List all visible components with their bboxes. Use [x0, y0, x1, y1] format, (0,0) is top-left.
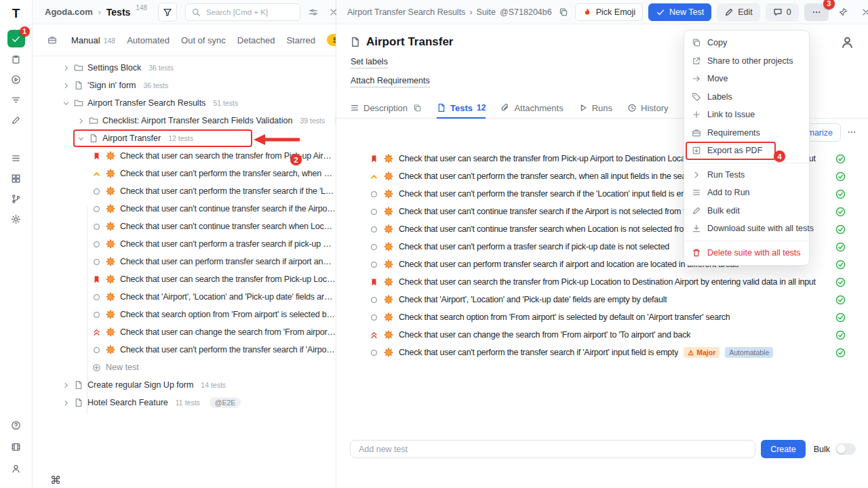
- search-box[interactable]: [185, 3, 300, 21]
- attach-requirements-link[interactable]: Attach Requirements: [351, 76, 430, 87]
- tree-new-test-button[interactable]: New test: [33, 359, 336, 376]
- branch-nav-icon[interactable]: [7, 190, 25, 207]
- menu-item-delete-suite-with-all-tests[interactable]: Delete suite with all tests: [684, 244, 809, 262]
- edit-button[interactable]: Edit: [717, 3, 760, 21]
- test-row-check-that-airport-location-and-[interactable]: Check that 'Airport', 'Location' and 'Pi…: [336, 291, 868, 308]
- menu-item-run-tests[interactable]: Run Tests: [684, 166, 809, 184]
- tests-more-options-button[interactable]: [845, 123, 859, 140]
- filter-tab-out-of-sync[interactable]: Out of sync: [181, 35, 226, 45]
- status-circle-icon: [370, 348, 378, 357]
- runs-nav-icon[interactable]: [7, 70, 25, 88]
- breadcrumb-section[interactable]: Tests: [106, 7, 131, 18]
- tree-folder-airport-transfer-search-results[interactable]: Airport Transfer Search Results51 tests: [33, 94, 336, 112]
- menu-item-requirements[interactable]: Requirements: [684, 124, 809, 142]
- filter-tab-sev[interactable]: Sev: [327, 34, 336, 46]
- tab-tests[interactable]: Tests12: [437, 98, 486, 119]
- tests-nav-icon[interactable]: 1: [7, 30, 25, 47]
- test-title[interactable]: Check that 'Airport', 'Location' and 'Pi…: [399, 295, 667, 304]
- new-test-button[interactable]: New Test: [648, 3, 711, 21]
- view-options-icon[interactable]: [306, 5, 321, 20]
- breadcrumb-project[interactable]: Agoda.com: [45, 7, 93, 17]
- test-title[interactable]: Check that user can search the transfer …: [399, 277, 816, 287]
- video-tour-icon[interactable]: [7, 438, 25, 455]
- search-input[interactable]: [205, 7, 282, 17]
- tree-suite-create-regular-sign-up-form[interactable]: Create regular Sign Up form14 tests: [33, 376, 336, 394]
- list-nav-icon[interactable]: [7, 149, 25, 167]
- settings-nav-icon[interactable]: [7, 210, 25, 228]
- test-title[interactable]: Check that user can't continue transfer …: [399, 207, 706, 216]
- menu-item-link-to-issue[interactable]: Link to Issue: [684, 106, 809, 124]
- menu-item-add-to-run[interactable]: Add to Run: [684, 184, 809, 202]
- tree-test-check-that-user-can-search-the-t[interactable]: Check that user can search the transfer …: [33, 270, 336, 288]
- tree-test-check-that-user-can-t-perform-a-[interactable]: Check that user can't perform a trasfer …: [33, 235, 336, 253]
- status-circle-icon: [92, 258, 101, 266]
- pick-emoji-button[interactable]: Pick Emoji: [575, 3, 643, 21]
- tree-test-check-that-airport-location-and-[interactable]: Check that 'Airport', 'Location' and 'Pi…: [33, 288, 336, 306]
- app-logo[interactable]: T: [12, 5, 20, 22]
- test-row-check-that-user-can-change-the-s[interactable]: Check that user can change the search fr…: [336, 326, 868, 344]
- filter-tab-label: Starred: [286, 35, 315, 45]
- filter-button[interactable]: [158, 3, 177, 22]
- filter-tab-starred[interactable]: Starred: [286, 35, 315, 45]
- bulk-toggle[interactable]: [835, 443, 856, 455]
- filter-tab-detached[interactable]: Detached: [237, 35, 275, 45]
- filter-tab-manual[interactable]: Manual148: [71, 35, 115, 45]
- suite-id[interactable]: @S718204b6: [500, 7, 552, 17]
- tree-suite-sign-in-form[interactable]: 'Sign in' form36 tests: [33, 77, 336, 94]
- test-title[interactable]: Check that user can't perform the transf…: [399, 348, 678, 357]
- tree-test-check-that-user-can-t-perform-th[interactable]: Check that user can't perform the transf…: [33, 182, 336, 200]
- account-avatar-icon[interactable]: [7, 460, 25, 477]
- filter-nav-icon[interactable]: [7, 91, 25, 108]
- filter-tab-automated[interactable]: Automated: [127, 35, 170, 45]
- tab-description[interactable]: Description: [350, 98, 422, 119]
- menu-item-copy[interactable]: Copy: [684, 34, 809, 52]
- tree-test-check-that-user-can-t-continue-t[interactable]: Check that user can't continue transfer …: [33, 200, 336, 218]
- priority-double-up-icon: [370, 331, 378, 340]
- plans-nav-icon[interactable]: [7, 50, 25, 68]
- test-title[interactable]: Check that search option from 'From airp…: [399, 312, 730, 322]
- tab-runs[interactable]: Runs: [578, 98, 612, 119]
- menu-item-download-suite-with-all-tests[interactable]: Download suite with all tests: [684, 220, 809, 238]
- test-row-check-that-user-can-search-the-t[interactable]: Check that user can search the transfer …: [336, 273, 868, 291]
- tree-folder-checklist-airport-transfer-searc[interactable]: Checklist: Airport Transfer Search Field…: [33, 112, 336, 129]
- tab-history[interactable]: History: [627, 98, 668, 119]
- test-title[interactable]: Check that user can't perform the transf…: [399, 189, 698, 199]
- draft-nav-icon[interactable]: [7, 111, 25, 129]
- tree-test-check-that-user-can-perform-tran[interactable]: Check that user can perform transfer sea…: [33, 253, 336, 270]
- tree-test-check-that-user-can-t-perform-th[interactable]: Check that user can't perform the transf…: [33, 165, 336, 182]
- test-title[interactable]: Check that user can change the search fr…: [399, 330, 690, 340]
- menu-item-share-to-other-projects[interactable]: Share to other projects: [684, 52, 809, 70]
- test-title[interactable]: Check that user can't continue transfer …: [399, 224, 716, 234]
- menu-item-move[interactable]: Move: [684, 70, 809, 88]
- test-title[interactable]: Check that user can't perform a trasfer …: [399, 242, 669, 251]
- more-actions-button[interactable]: 3: [804, 3, 829, 21]
- copy-suite-id-icon[interactable]: [556, 5, 571, 20]
- pin-icon[interactable]: [834, 3, 852, 21]
- tree-test-check-that-user-can-change-the-s[interactable]: Check that user can change the search fr…: [33, 323, 336, 341]
- tree-test-check-that-user-can-t-perform-th[interactable]: Check that user can't perform the transf…: [33, 341, 336, 359]
- comments-button[interactable]: 0: [766, 3, 799, 21]
- menu-item-label: Labels: [707, 92, 732, 102]
- help-icon[interactable]: [7, 416, 25, 434]
- tree-test-check-that-user-can-t-continue-t[interactable]: Check that user can't continue transfer …: [33, 218, 336, 235]
- user-avatar[interactable]: [840, 35, 854, 49]
- menu-item-label: Copy: [707, 38, 727, 47]
- test-row-check-that-user-can-t-perform-th[interactable]: Check that user can't perform the transf…: [336, 344, 868, 361]
- menu-item-bulk-edit[interactable]: Bulk edit: [684, 202, 809, 220]
- add-test-bar: Create Bulk: [350, 440, 856, 458]
- tab-attachments[interactable]: Attachments: [500, 98, 563, 119]
- widgets-nav-icon[interactable]: [7, 169, 25, 187]
- suite-breadcrumb-parent[interactable]: Airport Transfer Search Results: [347, 7, 465, 17]
- add-new-test-input[interactable]: [350, 440, 755, 458]
- test-row-check-that-search-option-from-fr[interactable]: Check that search option from 'From airp…: [336, 308, 868, 326]
- tree-test-check-that-search-option-from-fr[interactable]: Check that search option from 'From airp…: [33, 306, 336, 323]
- keyboard-shortcuts-icon[interactable]: ⌘: [50, 474, 61, 487]
- organization-icon[interactable]: [45, 33, 60, 47]
- tree-folder-settings-block[interactable]: Settings Block36 tests: [33, 59, 336, 77]
- menu-item-export-as-pdf[interactable]: Export as PDF4: [684, 142, 809, 160]
- set-labels-link[interactable]: Set labels: [351, 57, 388, 68]
- close-suite-icon[interactable]: [857, 3, 868, 21]
- create-test-button[interactable]: Create: [761, 440, 806, 458]
- menu-item-labels[interactable]: Labels: [684, 88, 809, 106]
- tree-suite-hotel-search-feature[interactable]: Hotel Search Feature11 tests@E2E: [33, 394, 336, 411]
